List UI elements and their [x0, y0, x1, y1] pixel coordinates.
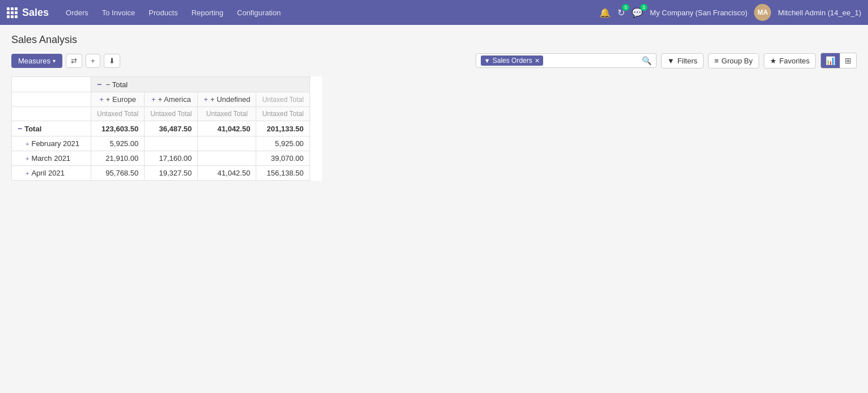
favorites-button[interactable]: ★ Favorites	[764, 53, 816, 69]
minus-total-icon[interactable]: −	[97, 80, 101, 89]
toggle-icon: ⇄	[71, 57, 77, 65]
menu-to-invoice[interactable]: To Invoice	[96, 5, 141, 20]
measures-caret-icon: ▾	[53, 58, 56, 64]
filters-button[interactable]: ▼ Filters	[661, 53, 704, 69]
favorites-label: Favorites	[780, 57, 810, 65]
america-cell: 17,160.00	[145, 151, 198, 166]
total-subheader: Untaxed Total	[256, 107, 310, 121]
app-logo[interactable]: Sales	[7, 7, 49, 19]
america-cell: 19,327.50	[145, 166, 198, 181]
america-cell: 36,487.50	[145, 121, 198, 136]
groupby-button[interactable]: ≡ Group By	[708, 53, 759, 69]
table-row: +February 2021 5,925.00 5,925.00	[12, 136, 322, 151]
username: Mitchell Admin (14_ee_1)	[778, 8, 861, 17]
collapse-icon[interactable]: −	[18, 124, 22, 133]
refresh-icon[interactable]: ↻5	[617, 7, 625, 18]
bell-icon[interactable]: 🔔	[599, 7, 611, 18]
star-icon: ★	[770, 57, 777, 65]
pivot-table: − − Total ++ Europe ++ America ++ Undefi…	[11, 76, 322, 181]
groupby-label: Group By	[722, 57, 753, 65]
main-menu: Orders To Invoice Products Reporting Con…	[60, 5, 588, 20]
filter-funnel-icon: ▼	[667, 57, 675, 65]
undefined-subheader: Untaxed Total	[198, 107, 256, 121]
app-name: Sales	[22, 7, 49, 19]
row-label: +April 2021	[12, 166, 91, 181]
search-input[interactable]	[547, 57, 642, 65]
europe-cell: 95,768.50	[91, 166, 145, 181]
undefined-cell	[198, 136, 256, 151]
expand-icon[interactable]: +	[26, 170, 29, 177]
toolbar: Measures ▾ ⇄ + ⬇ ▼ Sales Orders ✕	[11, 53, 857, 69]
europe-expand-icon[interactable]: +	[99, 95, 104, 104]
chat-badge: 5	[640, 4, 647, 11]
menu-reporting[interactable]: Reporting	[186, 5, 229, 20]
toggle-button[interactable]: ⇄	[66, 54, 82, 68]
groupby-icon: ≡	[714, 57, 719, 65]
add-icon: +	[91, 57, 95, 65]
filter-tag-icon: ▼	[484, 57, 490, 64]
refresh-badge: 5	[622, 4, 629, 11]
measures-button[interactable]: Measures ▾	[11, 54, 62, 68]
toolbar-left: Measures ▾ ⇄ + ⬇	[11, 54, 472, 68]
america-subheader: Untaxed Total	[145, 107, 198, 121]
europe-cell: 123,603.50	[91, 121, 145, 136]
page-content: Sales Analysis Measures ▾ ⇄ + ⬇ ▼ S	[0, 25, 868, 190]
download-icon: ⬇	[109, 57, 115, 65]
undefined-cell: 41,042.50	[198, 121, 256, 136]
expand-icon[interactable]: +	[26, 155, 29, 162]
search-icon[interactable]: 🔍	[642, 56, 651, 65]
col-total-sub-header: Untaxed Total	[256, 92, 310, 107]
america-cell	[145, 136, 198, 151]
row-label: −Total	[12, 121, 91, 136]
col-america-header[interactable]: ++ America	[145, 92, 198, 107]
table-row: −Total 123,603.50 36,487.50 41,042.50 20…	[12, 121, 322, 136]
table-icon: ⊞	[845, 56, 852, 65]
chat-icon[interactable]: 💬5	[632, 7, 643, 18]
expand-icon[interactable]: +	[26, 140, 29, 147]
toolbar-right: ▼ Sales Orders ✕ 🔍 ▼ Filters ≡ Group By …	[476, 53, 857, 69]
europe-cell: 21,910.00	[91, 151, 145, 166]
pivot-table-wrapper: − − Total ++ Europe ++ America ++ Undefi…	[11, 76, 857, 181]
europe-cell: 5,925.00	[91, 136, 145, 151]
col-europe-header[interactable]: ++ Europe	[91, 92, 145, 107]
table-row: +March 2021 21,910.00 17,160.00 39,070.0…	[12, 151, 322, 166]
chart-view-button[interactable]: 📊	[820, 53, 840, 69]
europe-subheader: Untaxed Total	[91, 107, 145, 121]
avatar[interactable]: MA	[754, 4, 771, 21]
menu-configuration[interactable]: Configuration	[231, 5, 286, 20]
col-total-header: − − Total	[91, 77, 310, 92]
america-expand-icon[interactable]: +	[151, 95, 156, 104]
search-bar: ▼ Sales Orders ✕ 🔍	[476, 53, 657, 68]
row-label: +March 2021	[12, 151, 91, 166]
search-tag-salesorders[interactable]: ▼ Sales Orders ✕	[481, 55, 543, 66]
search-tag-close-icon[interactable]: ✕	[535, 57, 540, 65]
filters-label: Filters	[678, 57, 697, 65]
company-name: My Company (San Francisco)	[650, 8, 747, 17]
total-cell: 5,925.00	[256, 136, 310, 151]
row-label: +February 2021	[12, 136, 91, 151]
chart-icon: 📊	[825, 56, 835, 65]
menu-products[interactable]: Products	[143, 5, 183, 20]
total-cell: 201,133.50	[256, 121, 310, 136]
search-tag-label: Sales Orders	[493, 57, 532, 65]
download-button[interactable]: ⬇	[104, 54, 120, 68]
topnav: Sales Orders To Invoice Products Reporti…	[0, 0, 868, 25]
table-row: +April 2021 95,768.50 19,327.50 41,042.5…	[12, 166, 322, 181]
undefined-expand-icon[interactable]: +	[204, 95, 208, 104]
measures-label: Measures	[18, 57, 50, 65]
pivot-view-button[interactable]: ⊞	[840, 53, 857, 69]
topnav-right: 🔔 ↻5 💬5 My Company (San Francisco) MA Mi…	[599, 4, 861, 21]
undefined-cell	[198, 151, 256, 166]
total-cell: 39,070.00	[256, 151, 310, 166]
page-title: Sales Analysis	[11, 34, 857, 46]
menu-orders[interactable]: Orders	[60, 5, 94, 20]
add-button[interactable]: +	[86, 54, 100, 68]
undefined-cell: 41,042.50	[198, 166, 256, 181]
col-undefined-header[interactable]: ++ Undefined	[198, 92, 256, 107]
view-toggle: 📊 ⊞	[820, 53, 857, 69]
total-cell: 156,138.50	[256, 166, 310, 181]
grid-menu-icon[interactable]	[7, 7, 18, 18]
